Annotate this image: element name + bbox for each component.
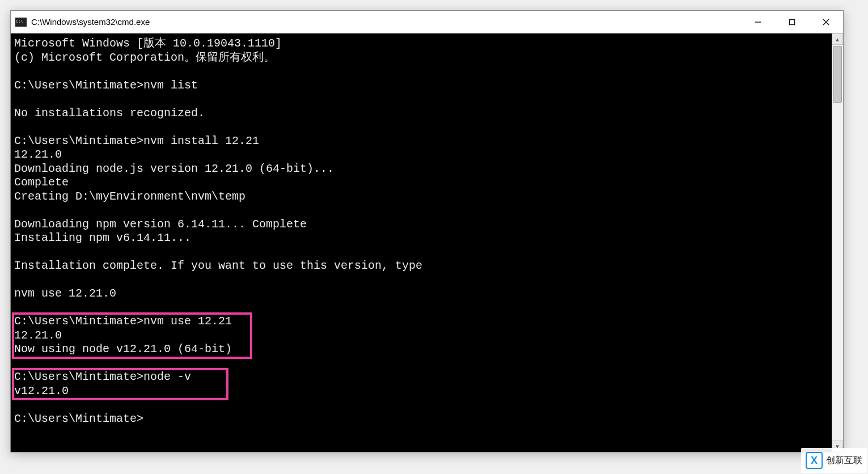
terminal-line bbox=[14, 357, 828, 371]
minimize-button[interactable] bbox=[741, 11, 775, 33]
terminal-line: Downloading node.js version 12.21.0 (64-… bbox=[14, 162, 828, 176]
terminal-line: Installation complete. If you want to us… bbox=[14, 259, 828, 273]
svg-rect-1 bbox=[790, 19, 795, 24]
terminal-line: C:\Users\Mintimate>node -v bbox=[14, 370, 828, 384]
terminal-line: nvm use 12.21.0 bbox=[14, 287, 828, 301]
terminal-line bbox=[14, 246, 828, 260]
terminal-line: 12.21.0 bbox=[14, 148, 828, 162]
console-area[interactable]: Microsoft Windows [版本 10.0.19043.1110](c… bbox=[11, 33, 832, 452]
terminal-line: Complete bbox=[14, 176, 828, 190]
terminal-line: Now using node v12.21.0 (64-bit) bbox=[14, 342, 828, 357]
terminal-line: v12.21.0 bbox=[14, 384, 828, 399]
terminal-line: C:\Users\Mintimate>nvm list bbox=[14, 79, 828, 93]
terminal-line: C:\Users\Mintimate>nvm install 12.21 bbox=[14, 134, 828, 149]
vertical-scrollbar[interactable]: ▲ ▼ bbox=[832, 33, 843, 452]
terminal-line bbox=[14, 204, 828, 218]
watermark-logo-icon: X bbox=[806, 452, 823, 469]
close-button[interactable] bbox=[809, 11, 843, 33]
terminal-line bbox=[14, 120, 828, 134]
terminal-line: 12.21.0 bbox=[14, 329, 828, 343]
maximize-button[interactable] bbox=[775, 11, 809, 33]
console-area-wrap: Microsoft Windows [版本 10.0.19043.1110](c… bbox=[11, 33, 843, 452]
titlebar[interactable]: C:\Windows\system32\cmd.exe bbox=[11, 11, 843, 33]
cmd-window: C:\Windows\system32\cmd.exe Microsoft Wi… bbox=[10, 10, 844, 452]
watermark: X 创新互联 bbox=[801, 448, 867, 473]
page-root: C:\Windows\system32\cmd.exe Microsoft Wi… bbox=[0, 0, 868, 474]
terminal-line: C:\Users\Mintimate> bbox=[14, 412, 828, 426]
minimize-icon bbox=[755, 19, 761, 26]
terminal-line bbox=[14, 92, 828, 107]
terminal-line: No installations recognized. bbox=[14, 107, 828, 121]
scroll-thumb[interactable] bbox=[833, 46, 842, 103]
cmd-icon bbox=[15, 18, 27, 27]
terminal-line: (c) Microsoft Corporation。保留所有权利。 bbox=[14, 51, 828, 65]
terminal-line bbox=[14, 65, 828, 79]
scroll-up-button[interactable]: ▲ bbox=[832, 33, 843, 45]
terminal-line: Installing npm v6.14.11... bbox=[14, 231, 828, 246]
watermark-text: 创新互联 bbox=[826, 455, 862, 467]
terminal-line: C:\Users\Mintimate>nvm use 12.21 bbox=[14, 315, 828, 329]
close-icon bbox=[823, 19, 829, 26]
terminal-line bbox=[14, 301, 828, 315]
terminal-line: Microsoft Windows [版本 10.0.19043.1110] bbox=[14, 37, 828, 51]
terminal-line: Creating D:\myEnvironment\nvm\temp bbox=[14, 190, 828, 204]
terminal-line bbox=[14, 398, 828, 412]
maximize-icon bbox=[789, 19, 795, 26]
window-title: C:\Windows\system32\cmd.exe bbox=[31, 17, 150, 27]
terminal-line: Downloading npm version 6.14.11... Compl… bbox=[14, 218, 828, 232]
terminal-line bbox=[14, 273, 828, 287]
